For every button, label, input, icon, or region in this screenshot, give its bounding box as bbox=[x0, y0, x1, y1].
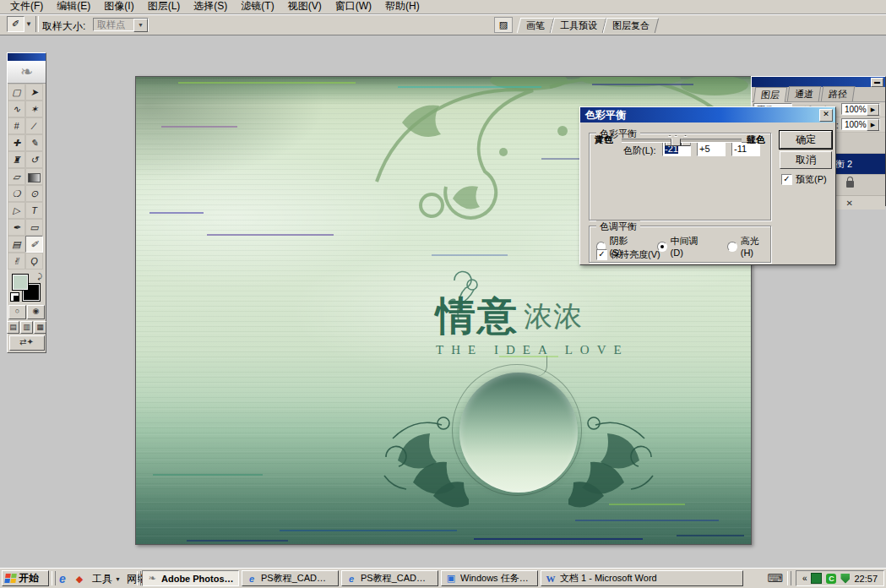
keyboard-input-icon[interactable]: ⌨ bbox=[767, 572, 783, 585]
ok-button[interactable]: 确定 bbox=[780, 131, 832, 149]
preserve-luminosity-checkbox[interactable]: ✓ 保持亮度(V) bbox=[596, 248, 660, 261]
eyedropper-tool[interactable]: ✐ bbox=[25, 236, 43, 253]
color-balance-dialog: 色彩平衡 ✕ 色彩平衡 色阶(L): -21+5-11 青色 红色 洋红 绿色 bbox=[579, 106, 836, 265]
close-icon[interactable]: ✕ bbox=[819, 109, 833, 122]
group-legend: 色调平衡 bbox=[596, 220, 640, 233]
menu-item[interactable]: 文件(F) bbox=[3, 0, 50, 15]
chevron-down-icon[interactable]: ▼ bbox=[25, 20, 32, 28]
chevron-down-icon[interactable]: ▼ bbox=[133, 19, 148, 32]
media-app-quicklaunch-icon[interactable]: ◆ bbox=[73, 572, 86, 585]
lasso-tool[interactable]: ∿ bbox=[8, 101, 25, 117]
magic-wand-tool[interactable]: ✶ bbox=[25, 101, 43, 117]
palette-well-tab[interactable]: 工具预设 bbox=[551, 18, 606, 33]
taskbar-clock: 22:57 bbox=[854, 574, 878, 584]
menu-item[interactable]: 窗口(W) bbox=[329, 0, 378, 15]
eraser-tool[interactable]: ▱ bbox=[8, 168, 25, 185]
menu-item[interactable]: 帮助(H) bbox=[378, 0, 427, 15]
task-adobe-photoshop[interactable]: ❧ Adobe Photoshop bbox=[142, 570, 239, 586]
task-ie-window-2[interactable]: e PS教程_CAD教程_EXCE... bbox=[341, 570, 438, 586]
menu-item[interactable]: 图像(I) bbox=[97, 0, 140, 15]
photoshop-application-window: 文件(F)编辑(E)图像(I)图层(L)选择(S)滤镜(T)视图(V)窗口(W)… bbox=[0, 0, 886, 588]
crop-tool[interactable]: # bbox=[8, 117, 25, 134]
fullscreen-button[interactable]: ▦ bbox=[34, 321, 46, 334]
leaf-ornament-left bbox=[381, 408, 469, 509]
ie-quicklaunch-icon[interactable]: e bbox=[56, 572, 69, 585]
file-browser-icon[interactable]: ▨ bbox=[494, 17, 513, 33]
tone-radio[interactable]: 高光(H) bbox=[727, 235, 770, 258]
checkbox-check-icon: ✓ bbox=[781, 174, 792, 185]
shape-tool[interactable]: ▭ bbox=[25, 219, 43, 236]
leaf-ornament-right bbox=[568, 408, 656, 509]
fill-value[interactable]: 100%▶ bbox=[841, 118, 880, 130]
fullscreen-menubar-button[interactable]: ▥ bbox=[20, 321, 33, 334]
orb-art bbox=[459, 373, 578, 493]
windows-logo-icon bbox=[4, 574, 17, 584]
chevron-right-icon[interactable]: ▶ bbox=[867, 119, 879, 131]
sample-size-select[interactable]: 取样点 ▼ bbox=[93, 18, 149, 31]
levels-label: 色阶(L): bbox=[623, 144, 656, 157]
panel-tab[interactable]: 图层 bbox=[753, 87, 788, 102]
path-selection-tool[interactable]: ▷ bbox=[8, 202, 25, 219]
task-icon: ❧ bbox=[146, 573, 158, 584]
jump-to-imageready-button[interactable]: ⇄✦ bbox=[9, 335, 45, 351]
healing-brush-tool[interactable]: ✚ bbox=[8, 134, 25, 151]
foreground-color-swatch[interactable] bbox=[12, 274, 29, 291]
move-tool[interactable]: ➤ bbox=[25, 84, 43, 101]
slider-thumb[interactable] bbox=[671, 135, 681, 146]
tools-toolbar-menu[interactable]: 工具▼ bbox=[92, 572, 121, 586]
preview-checkbox[interactable]: ✓ 预览(P) bbox=[781, 173, 827, 186]
standard-screen-button[interactable]: ▤ bbox=[7, 321, 19, 334]
menu-item[interactable]: 图层(L) bbox=[141, 0, 188, 15]
minimize-icon[interactable]: ▬ bbox=[871, 78, 883, 87]
palette-well: 画笔工具预设图层复合 bbox=[519, 18, 657, 32]
checkbox-check-icon: ✓ bbox=[596, 249, 607, 260]
slice-tool[interactable]: ∕ bbox=[25, 117, 43, 134]
task-ie-window-1[interactable]: e PS教程_CAD教程_EXCE... bbox=[242, 570, 339, 586]
brush-tool[interactable]: ✎ bbox=[25, 134, 43, 151]
pen-tool[interactable]: ✒ bbox=[8, 219, 25, 236]
panel-tab[interactable]: 通道 bbox=[787, 86, 822, 101]
task-windows-task-manager[interactable]: ▣ Windows 任务管理器 bbox=[441, 570, 538, 586]
task-icon: W bbox=[545, 574, 557, 584]
panel-tab[interactable]: 路径 bbox=[821, 86, 856, 101]
notes-tool[interactable]: ▤ bbox=[8, 236, 25, 253]
tool-options-bar: ✐ ▼ 取样大小: 取样点 ▼ ▨ 画笔工具预设图层复合 bbox=[0, 14, 886, 35]
blur-tool[interactable]: ❍ bbox=[8, 185, 25, 202]
zoom-tool[interactable]: Ǫ bbox=[25, 253, 43, 270]
task-word-document[interactable]: W 文档 1 - Microsoft Word bbox=[541, 570, 743, 586]
swap-colors-icon[interactable]: ⤸ bbox=[38, 272, 42, 281]
rectangular-marquee-tool[interactable]: ▢ bbox=[8, 84, 25, 101]
dodge-tool[interactable]: ⊙ bbox=[25, 185, 43, 202]
menu-item[interactable]: 视图(V) bbox=[281, 0, 329, 15]
menu-item[interactable]: 编辑(E) bbox=[50, 0, 97, 15]
default-colors-icon[interactable] bbox=[10, 292, 19, 302]
toolbox-title-bar[interactable] bbox=[8, 53, 46, 61]
cancel-button[interactable]: 取消 bbox=[780, 151, 832, 169]
tone-radio[interactable]: 中间调(D) bbox=[657, 235, 709, 258]
hand-tool[interactable]: ✌ bbox=[8, 253, 25, 270]
current-tool-button[interactable]: ✐ ▼ bbox=[7, 16, 32, 32]
dialog-title-bar[interactable]: 色彩平衡 ✕ bbox=[580, 107, 835, 122]
color-swatch-area: ⤸ bbox=[9, 272, 44, 302]
clone-stamp-tool[interactable]: ♜ bbox=[8, 151, 25, 168]
chevron-right-icon[interactable]: ▶ bbox=[867, 104, 879, 116]
tray-messenger-icon[interactable]: C bbox=[826, 574, 836, 584]
opacity-value[interactable]: 100%▶ bbox=[841, 103, 880, 115]
menu-item[interactable]: 选择(S) bbox=[187, 0, 234, 15]
color-balance-group: 色彩平衡 色阶(L): -21+5-11 青色 红色 洋红 绿色 黄色 bbox=[589, 133, 771, 220]
tray-collapse-chevron[interactable]: « bbox=[802, 574, 807, 583]
quick-mask-mode-button[interactable]: ◉ bbox=[27, 305, 45, 319]
type-tool[interactable]: T bbox=[25, 202, 43, 219]
history-brush-tool[interactable]: ↺ bbox=[25, 151, 43, 168]
palette-well-tab[interactable]: 图层复合 bbox=[603, 18, 659, 33]
palette-well-tab[interactable]: 画笔 bbox=[517, 18, 554, 33]
gradient-tool[interactable] bbox=[25, 168, 43, 185]
tray-green-app-icon[interactable] bbox=[811, 573, 822, 584]
taskbar-divider bbox=[137, 571, 141, 585]
delete-layer-icon[interactable]: ✕ bbox=[845, 199, 852, 208]
tray-security-shield-icon[interactable] bbox=[840, 574, 850, 584]
slider-track[interactable] bbox=[622, 139, 742, 143]
start-button[interactable]: 开始 bbox=[2, 570, 49, 586]
standard-mode-button[interactable]: ○ bbox=[8, 305, 26, 319]
menu-item[interactable]: 滤镜(T) bbox=[234, 0, 280, 15]
